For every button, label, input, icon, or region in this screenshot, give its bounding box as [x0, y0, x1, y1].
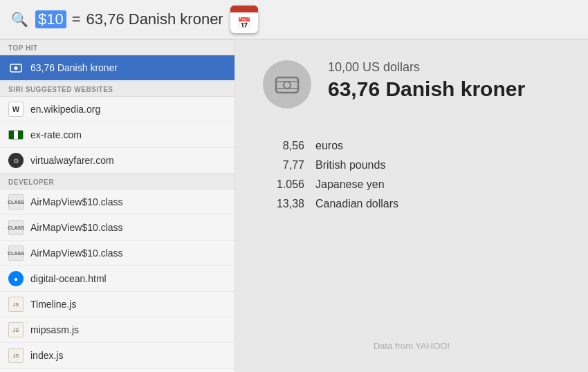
result-item-class1[interactable]: CLASS AirMapView$10.class — [0, 189, 235, 215]
conversion-list: 8,56 euros 7,77 British pounds 1.056 Jap… — [263, 136, 560, 214]
left-panel: TOP HIT 63,76 Danish kroner SIRI SUGGEST… — [0, 39, 235, 372]
svg-point-3 — [284, 82, 291, 89]
cad-currency: Canadian dollars — [315, 198, 398, 210]
result-item-index[interactable]: JS index.js — [0, 343, 235, 369]
section-label-siri: SIRI SUGGESTED WEBSITES — [0, 81, 235, 97]
mipsasm-label: mipsasm.js — [30, 324, 79, 335]
class2-label: AirMapView$10.class — [30, 222, 123, 233]
svg-rect-2 — [276, 77, 298, 93]
gbp-amount: 7,77 — [263, 159, 304, 171]
exrate-label: ex-rate.com — [30, 129, 82, 140]
detail-main: 10,00 US dollars 63,76 Danish kroner — [328, 60, 525, 101]
cad-amount: 13,38 — [263, 198, 304, 210]
result-item-virtualwayfarer[interactable]: ⊙ virtualwayfarer.com — [0, 148, 235, 174]
class-icon-1: CLASS — [8, 194, 24, 210]
calendar-app-icon[interactable]: 📅 — [230, 6, 258, 33]
search-icon: 🔍 — [11, 11, 28, 28]
result-item-mipsasm[interactable]: JS mipsasm.js — [0, 317, 235, 343]
wikipedia-icon: W — [8, 102, 24, 117]
section-label-top-hit: TOP HIT — [0, 39, 235, 55]
result-item-exrate[interactable]: ex-rate.com — [0, 122, 235, 148]
conversion-row-gbp: 7,77 British pounds — [263, 156, 560, 175]
class-icon-3: CLASS — [8, 245, 24, 261]
currency-icon-circle — [263, 60, 311, 109]
result-item-class3[interactable]: CLASS AirMapView$10.class — [0, 241, 235, 266]
money-icon — [275, 72, 300, 97]
section-label-developer: DEVELOPER — [0, 174, 235, 189]
virtualwayfarer-label: virtualwayfarer.com — [30, 155, 114, 166]
digitalocean-icon: ● — [8, 271, 24, 286]
index-label: index.js — [30, 350, 63, 361]
timeline-label: Timeline.js — [30, 299, 76, 310]
timeline-file-icon: JS — [8, 297, 24, 312]
calendar-body: 📅 — [230, 12, 258, 33]
search-bar: 🔍 $10 = 63,76 Danish kroner 📅 — [0, 0, 588, 39]
result-item-top-hit[interactable]: 63,76 Danish kroner — [0, 55, 235, 81]
conversion-row-cad: 13,38 Canadian dollars — [263, 194, 560, 214]
euros-amount: 8,56 — [263, 140, 304, 152]
mipsasm-file-icon: JS — [8, 322, 24, 337]
gbp-currency: British pounds — [315, 159, 385, 171]
search-query: $10 = 63,76 Danish kroner — [35, 10, 223, 28]
currency-icon — [8, 60, 24, 75]
result-item-class2[interactable]: CLASS AirMapView$10.class — [0, 215, 235, 241]
result-item-timeline[interactable]: JS Timeline.js — [0, 292, 235, 317]
jpy-amount: 1.056 — [263, 178, 304, 191]
search-equals: = — [72, 10, 81, 28]
right-panel: 10,00 US dollars 63,76 Danish kroner 8,5… — [235, 39, 588, 372]
detail-header: 10,00 US dollars 63,76 Danish kroner — [263, 60, 560, 109]
data-source: Data from YAHOO! — [263, 327, 560, 351]
digitalocean-label: digital-ocean.html — [30, 273, 107, 284]
jpy-currency: Japanese yen — [315, 178, 385, 191]
index-file-icon: JS — [8, 348, 24, 363]
compass-icon: ⊙ — [8, 153, 24, 168]
conversion-row-jpy: 1.056 Japanese yen — [263, 175, 560, 194]
result-item-digitalocean[interactable]: ● digital-ocean.html — [0, 266, 235, 292]
detail-to: 63,76 Danish kroner — [328, 77, 525, 101]
class-icon-2: CLASS — [8, 220, 24, 235]
search-query-highlight: $10 — [35, 10, 66, 28]
result-item-library[interactable]: JS library.js — [0, 369, 235, 372]
exrate-icon — [8, 127, 24, 142]
detail-from: 10,00 US dollars — [328, 60, 525, 75]
result-item-wikipedia[interactable]: W en.wikipedia.org — [0, 97, 235, 122]
euros-currency: euros — [315, 140, 343, 152]
calendar-header — [230, 6, 258, 12]
main-content: TOP HIT 63,76 Danish kroner SIRI SUGGEST… — [0, 39, 588, 372]
conversion-row-euros: 8,56 euros — [263, 136, 560, 156]
wikipedia-label: en.wikipedia.org — [30, 104, 100, 115]
class3-label: AirMapView$10.class — [30, 248, 123, 259]
svg-point-1 — [15, 66, 18, 70]
top-hit-label: 63,76 Danish kroner — [30, 62, 118, 73]
class1-label: AirMapView$10.class — [30, 196, 123, 207]
search-result-text: 63,76 Danish kroner — [86, 10, 223, 28]
